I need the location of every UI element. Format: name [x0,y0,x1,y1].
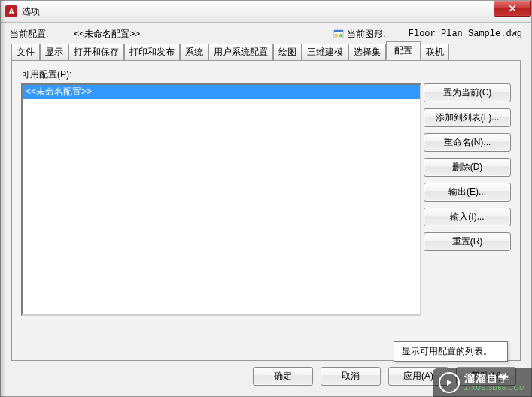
tab-panel-profiles: 可用配置(P): <<未命名配置>> 置为当前(C) 添加到列表(L)... 重… [11,60,521,361]
tabs: 文件 显示 打开和保存 打印和发布 系统 用户系统配置 绘图 三维建模 选择集 … [11,44,521,60]
tab-selection[interactable]: 选择集 [348,44,386,61]
available-profiles-listbox[interactable]: <<未命名配置>> [21,83,421,316]
tab-system[interactable]: 系统 [180,44,208,61]
tooltip: 显示可用配置的列表。 [394,341,508,362]
tab-open-save[interactable]: 打开和保存 [68,44,124,61]
close-button[interactable] [494,1,531,17]
app-icon: A [5,5,17,17]
set-current-button[interactable]: 置为当前(C) [424,83,511,102]
current-profile-value: <<未命名配置>> [74,28,140,41]
drawing-icon [333,29,344,39]
play-icon [439,372,460,393]
watermark-cn: 溜溜自学 [464,373,525,384]
add-to-list-button[interactable]: 添加到列表(L)... [424,108,511,127]
tab-profiles[interactable]: 配置 [386,41,421,60]
tab-user-prefs[interactable]: 用户系统配置 [208,44,273,61]
options-dialog: A 选项 当前配置: <<未命名配置>> 当前图形: Floor Plan Sa… [0,0,532,397]
svg-rect-1 [334,30,343,32]
available-profiles-label: 可用配置(P): [21,68,511,81]
import-button[interactable]: 输入(I)... [424,208,511,226]
rename-button[interactable]: 重命名(N)... [424,133,511,152]
profile-action-buttons: 置为当前(C) 添加到列表(L)... 重命名(N)... 删除(D) 输出(E… [424,83,511,251]
cancel-button[interactable]: 取消 [321,367,381,386]
titlebar: A 选项 [1,1,531,23]
watermark: 溜溜自学 ZIXUE.3D66.COM [433,368,532,397]
tab-print-publish[interactable]: 打印和发布 [124,44,180,61]
list-item[interactable]: <<未命名配置>> [23,85,420,99]
tab-3d-modeling[interactable]: 三维建模 [302,44,348,61]
ok-button[interactable]: 确定 [253,367,313,386]
window-title: 选项 [22,5,40,18]
tab-display[interactable]: 显示 [40,44,68,61]
info-row: 当前配置: <<未命名配置>> 当前图形: Floor Plan Sample.… [1,23,531,44]
current-profile-label: 当前配置: [10,28,48,41]
watermark-en: ZIXUE.3D66.COM [464,385,525,392]
tab-file[interactable]: 文件 [11,44,40,61]
current-drawing-value: Floor Plan Sample.dwg [409,29,522,39]
close-icon [509,5,516,12]
export-button[interactable]: 输出(E)... [424,183,511,202]
reset-button[interactable]: 重置(R) [424,232,511,251]
delete-button[interactable]: 删除(D) [424,158,511,177]
svg-rect-2 [335,34,338,37]
tab-drafting[interactable]: 绘图 [273,44,302,61]
tab-online[interactable]: 联机 [421,44,449,61]
current-drawing-label: 当前图形: [347,28,385,41]
